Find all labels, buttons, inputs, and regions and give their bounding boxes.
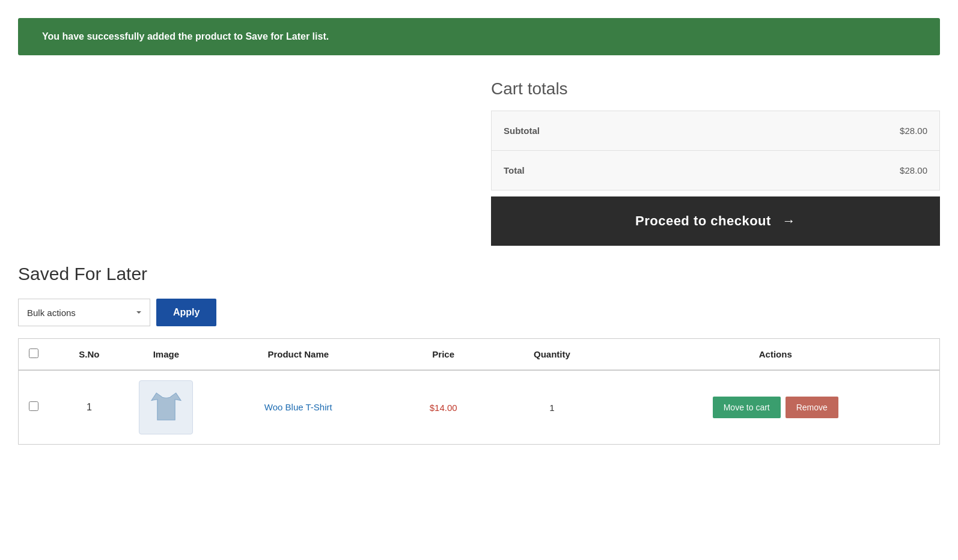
row-checkbox[interactable] xyxy=(29,401,38,411)
row-actions: Move to cart Remove xyxy=(612,370,940,445)
product-image xyxy=(139,380,193,434)
subtotal-row: Subtotal $28.00 xyxy=(492,111,939,151)
left-panel xyxy=(18,79,467,246)
select-all-checkbox[interactable] xyxy=(29,348,38,358)
actions-header: Actions xyxy=(612,339,940,371)
move-to-cart-button[interactable]: Move to cart xyxy=(713,397,781,418)
cart-totals-title: Cart totals xyxy=(491,79,940,99)
bulk-actions-row: Bulk actions Apply xyxy=(18,299,940,326)
apply-button[interactable]: Apply xyxy=(156,299,216,326)
sno-header: S.No xyxy=(49,339,130,371)
product-name-header: Product Name xyxy=(202,339,394,371)
row-product-name: Woo Blue T-Shirt xyxy=(202,370,394,445)
cart-totals-table: Subtotal $28.00 Total $28.00 xyxy=(491,111,940,190)
subtotal-value: $28.00 xyxy=(900,126,927,136)
remove-button[interactable]: Remove xyxy=(786,397,838,418)
image-header: Image xyxy=(130,339,202,371)
success-message: You have successfully added the product … xyxy=(42,31,916,42)
cart-totals-section: Cart totals Subtotal $28.00 Total $28.00… xyxy=(491,79,940,246)
select-all-header xyxy=(19,339,49,371)
row-price: $14.00 xyxy=(394,370,492,445)
bulk-actions-select[interactable]: Bulk actions xyxy=(18,299,150,326)
quantity-header: Quantity xyxy=(492,339,611,371)
table-header-row: S.No Image Product Name Price Quantity A… xyxy=(19,339,940,371)
saved-for-later-table: S.No Image Product Name Price Quantity A… xyxy=(18,338,940,445)
row-sno: 1 xyxy=(49,370,130,445)
row-image xyxy=(130,370,202,445)
row-checkbox-cell xyxy=(19,370,49,445)
checkout-arrow-icon: → xyxy=(783,213,796,228)
total-value: $28.00 xyxy=(900,165,927,175)
subtotal-label: Subtotal xyxy=(504,126,540,136)
saved-for-later-title: Saved For Later xyxy=(18,264,940,284)
total-label: Total xyxy=(504,165,525,175)
saved-for-later-section: Saved For Later Bulk actions Apply S.No … xyxy=(0,264,958,469)
total-row: Total $28.00 xyxy=(492,151,939,190)
product-name-link[interactable]: Woo Blue T-Shirt xyxy=(264,402,332,412)
table-row: 1 Woo Blue T-Shirt $14.00 1 Move to cart… xyxy=(19,370,940,445)
tshirt-icon xyxy=(147,388,186,427)
row-quantity: 1 xyxy=(492,370,611,445)
checkout-button[interactable]: Proceed to checkout → xyxy=(491,196,940,246)
price-header: Price xyxy=(394,339,492,371)
checkout-button-label: Proceed to checkout xyxy=(635,213,771,228)
success-banner: You have successfully added the product … xyxy=(18,18,940,55)
